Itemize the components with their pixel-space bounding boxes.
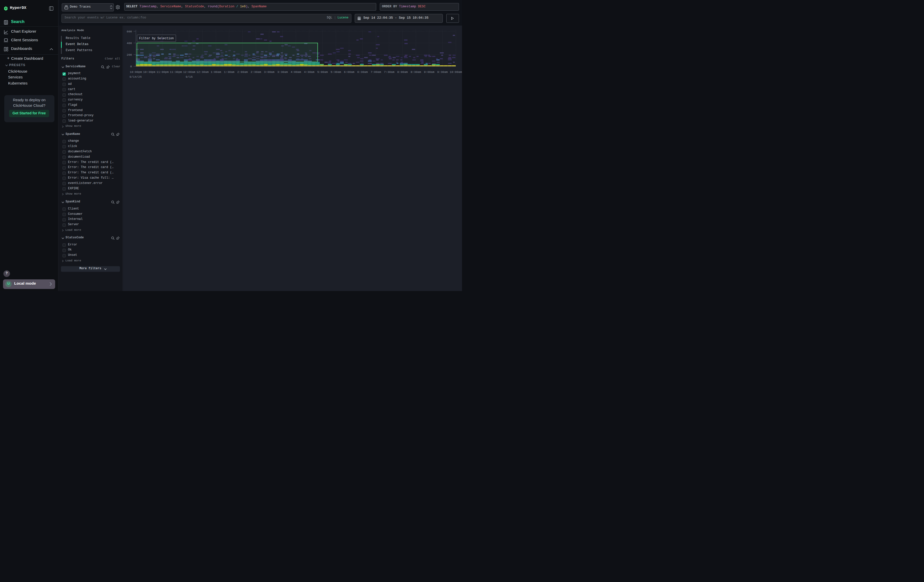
svg-text:4:00am: 4:00am bbox=[290, 70, 301, 74]
svg-text:8:00am: 8:00am bbox=[397, 70, 408, 74]
svg-text:1:30am: 1:30am bbox=[224, 70, 234, 74]
svg-text:4:30am: 4:30am bbox=[304, 70, 315, 74]
svg-text:600: 600 bbox=[127, 30, 132, 33]
svg-text:10:00am: 10:00am bbox=[450, 70, 462, 74]
svg-text:6:00am: 6:00am bbox=[344, 70, 355, 74]
svg-text:5:30am: 5:30am bbox=[330, 70, 341, 74]
svg-text:0: 0 bbox=[130, 65, 132, 68]
svg-text:3:00am: 3:00am bbox=[264, 70, 274, 74]
svg-text:200: 200 bbox=[127, 53, 132, 56]
svg-text:Filter by Selection: Filter by Selection bbox=[139, 37, 174, 40]
svg-text:2:30am: 2:30am bbox=[251, 70, 261, 74]
svg-text:10:00pm: 10:00pm bbox=[130, 70, 142, 74]
svg-text:2:00am: 2:00am bbox=[237, 70, 248, 74]
svg-text:11:30pm: 11:30pm bbox=[170, 70, 182, 74]
svg-text:9/15: 9/15 bbox=[185, 75, 193, 78]
svg-text:1:00am: 1:00am bbox=[211, 70, 221, 74]
svg-text:6:30am: 6:30am bbox=[357, 70, 368, 74]
svg-text:12:00am: 12:00am bbox=[183, 70, 195, 74]
svg-text:12:30am: 12:30am bbox=[196, 70, 208, 74]
svg-text:7:30am: 7:30am bbox=[384, 70, 394, 74]
svg-text:11:00pm: 11:00pm bbox=[156, 70, 168, 74]
svg-text:8:30am: 8:30am bbox=[410, 70, 421, 74]
svg-text:9:00am: 9:00am bbox=[424, 70, 434, 74]
svg-text:3:30am: 3:30am bbox=[277, 70, 288, 74]
svg-text:10:30pm: 10:30pm bbox=[143, 70, 155, 74]
svg-text:5:00am: 5:00am bbox=[317, 70, 328, 74]
svg-text:9:30am: 9:30am bbox=[437, 70, 448, 74]
svg-text:7:00am: 7:00am bbox=[370, 70, 381, 74]
svg-text:9/14/25: 9/14/25 bbox=[129, 75, 142, 78]
svg-text:400: 400 bbox=[127, 41, 132, 45]
